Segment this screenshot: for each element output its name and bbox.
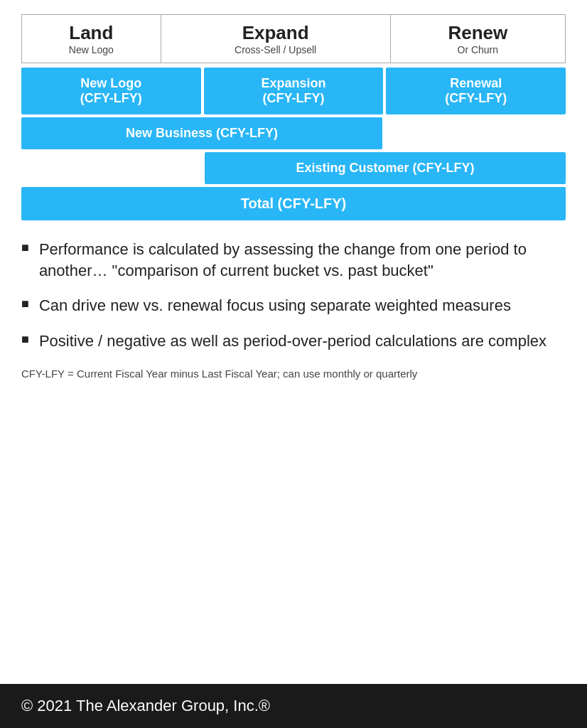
grid-row-4: Total (CFY-LFY): [21, 187, 566, 220]
bullet-section: ■ Performance is calculated by assessing…: [21, 232, 566, 388]
header-renew: Renew Or Churn: [390, 15, 565, 63]
header-land-title: Land: [28, 22, 155, 44]
cell-new-logo: New Logo(CFY-LFY): [21, 68, 201, 114]
cell-existing-customer: Existing Customer (CFY-LFY): [205, 152, 566, 184]
bullet-item-2: ■ Can drive new vs. renewal focus using …: [21, 295, 566, 316]
header-renew-title: Renew: [397, 22, 559, 44]
header-table: Land New Logo Expand Cross-Sell / Upsell…: [21, 14, 566, 63]
cell-expansion: Expansion(CFY-LFY): [204, 68, 384, 114]
grid-row-3: Existing Customer (CFY-LFY): [21, 152, 566, 184]
empty-cell-2: [21, 152, 202, 184]
footer: © 2021 The Alexander Group, Inc.®: [0, 684, 587, 728]
grid-container: New Logo(CFY-LFY) Expansion(CFY-LFY) Ren…: [21, 68, 566, 220]
header-renew-subtitle: Or Churn: [397, 44, 559, 55]
bullet-marker-2: ■: [21, 296, 29, 311]
bullet-text-3: Positive / negative as well as period-ov…: [39, 331, 546, 352]
header-land: Land New Logo: [22, 15, 161, 63]
cell-new-business: New Business (CFY-LFY): [21, 117, 382, 149]
bullet-item-1: ■ Performance is calculated by assessing…: [21, 239, 566, 281]
grid-row-1: New Logo(CFY-LFY) Expansion(CFY-LFY) Ren…: [21, 68, 566, 114]
header-expand-title: Expand: [167, 22, 384, 44]
bullet-text-1: Performance is calculated by assessing t…: [39, 239, 566, 281]
empty-cell-1: [385, 117, 566, 149]
footer-copyright: © 2021 The Alexander Group, Inc.®: [21, 697, 270, 714]
grid-row-2: New Business (CFY-LFY): [21, 117, 566, 149]
footnote: CFY-LFY = Current Fiscal Year minus Last…: [21, 366, 566, 381]
main-content: Land New Logo Expand Cross-Sell / Upsell…: [0, 0, 587, 684]
bullet-text-2: Can drive new vs. renewal focus using se…: [39, 295, 511, 316]
header-expand-subtitle: Cross-Sell / Upsell: [167, 44, 384, 55]
bullet-marker-1: ■: [21, 240, 29, 255]
bullet-item-3: ■ Positive / negative as well as period-…: [21, 331, 566, 352]
cell-total: Total (CFY-LFY): [21, 187, 566, 220]
cell-renewal: Renewal(CFY-LFY): [386, 68, 566, 114]
header-land-subtitle: New Logo: [28, 44, 155, 55]
header-expand: Expand Cross-Sell / Upsell: [161, 15, 390, 63]
bullet-marker-3: ■: [21, 332, 29, 347]
